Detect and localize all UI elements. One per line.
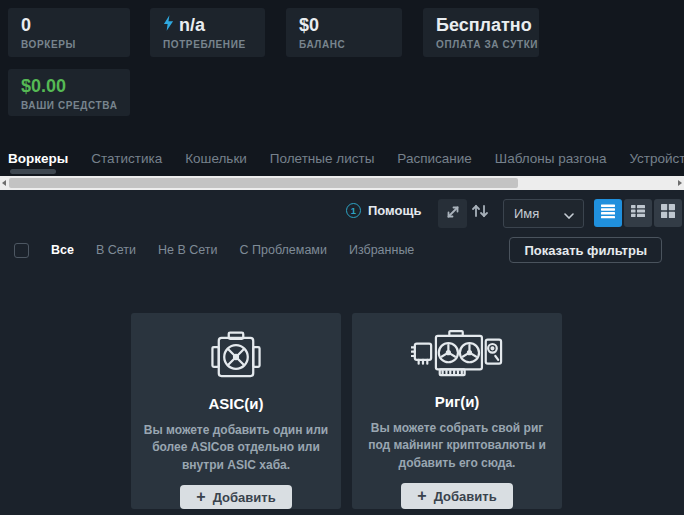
view-list-button[interactable] — [594, 199, 622, 227]
view-grid-button[interactable] — [654, 199, 682, 227]
main-tabs: Воркеры Статистика Кошельки Полетные лис… — [0, 145, 684, 171]
asic-card-description: Вы можете добавить один или более ASICов… — [131, 422, 341, 474]
filter-favorites[interactable]: Избранные — [349, 243, 414, 257]
lightning-icon — [163, 15, 174, 36]
view-detailed-button[interactable] — [624, 199, 652, 227]
asic-card-title: ASIC(и) — [208, 395, 263, 412]
plus-icon: + — [196, 489, 205, 505]
select-all-checkbox[interactable] — [14, 243, 29, 258]
workers-label: ВОРКЕРЫ — [21, 39, 117, 50]
rig-icon — [411, 328, 503, 384]
active-tab-indicator — [10, 169, 56, 174]
filter-offline[interactable]: Не В Сети — [158, 243, 218, 257]
scrollbar-thumb[interactable] — [9, 178, 518, 188]
filter-online[interactable]: В Сети — [96, 243, 136, 257]
stat-card-workers: 0 ВОРКЕРЫ — [8, 8, 130, 57]
help-button[interactable]: 1 Помощь — [346, 203, 421, 218]
help-step-badge-icon: 1 — [346, 203, 361, 218]
tab-oc-templates[interactable]: Шаблоны разгона — [495, 151, 607, 166]
filter-problems[interactable]: С Проблемами — [240, 243, 327, 257]
stat-card-consumption: n/a ПОТРЕБЛЕНИЕ — [150, 8, 265, 57]
show-filters-button[interactable]: Показать фильтры — [509, 237, 662, 263]
sort-direction-button[interactable] — [470, 203, 490, 223]
content-area: 1 Помощь Имя — [0, 190, 684, 515]
add-asic-card: ASIC(и) Вы можете добавить один или боле… — [131, 313, 341, 509]
consumption-value: n/a — [179, 15, 205, 36]
daily-payment-label: ОПЛАТА ЗА СУТКИ — [436, 39, 526, 50]
scroll-left-icon[interactable] — [0, 176, 8, 190]
add-rig-button-label: Добавить — [434, 489, 497, 504]
add-asic-button[interactable]: + Добавить — [180, 485, 291, 509]
tab-flight-sheets[interactable]: Полетные листы — [270, 151, 375, 166]
stat-card-funds: $0.00 ВАШИ СРЕДСТВА — [8, 69, 130, 116]
consumption-label: ПОТРЕБЛЕНИЕ — [163, 39, 252, 50]
funds-label: ВАШИ СРЕДСТВА — [21, 100, 117, 111]
filter-bar: Все В Сети Не В Сети С Проблемами Избран… — [14, 237, 414, 263]
add-asic-button-label: Добавить — [213, 490, 276, 505]
tab-wallets[interactable]: Кошельки — [185, 151, 247, 166]
expand-diagonal-icon — [445, 204, 461, 224]
daily-payment-value: Бесплатно — [436, 15, 526, 36]
funds-value: $0.00 — [21, 76, 117, 97]
balance-label: БАЛАНС — [299, 39, 389, 50]
workers-dashboard: 0 ВОРКЕРЫ n/a ПОТРЕБЛЕНИЕ $0 БАЛАНС Бесп… — [0, 0, 684, 515]
chevron-down-icon — [564, 205, 574, 223]
filter-all[interactable]: Все — [51, 243, 74, 257]
horizontal-scrollbar[interactable] — [0, 176, 684, 190]
tab-devices[interactable]: Устройства — [629, 151, 684, 166]
stat-card-daily-payment: Бесплатно ОПЛАТА ЗА СУТКИ — [423, 8, 539, 57]
detailed-view-icon — [630, 203, 646, 223]
tab-statistics[interactable]: Статистика — [91, 151, 162, 166]
sort-by-select[interactable]: Имя — [503, 199, 584, 228]
tab-workers[interactable]: Воркеры — [8, 151, 68, 166]
asic-icon — [207, 328, 265, 386]
sort-arrows-icon — [470, 205, 490, 222]
list-view-icon — [600, 203, 616, 223]
grid-view-icon — [660, 203, 676, 223]
scroll-right-icon[interactable] — [676, 176, 684, 190]
workers-count: 0 — [21, 15, 117, 36]
tab-schedule[interactable]: Расписание — [397, 151, 471, 166]
add-rig-card: Риг(и) Вы можете собрать свой риг под ма… — [352, 313, 562, 509]
stat-card-balance: $0 БАЛАНС — [286, 8, 402, 57]
balance-value: $0 — [299, 15, 389, 36]
add-rig-button[interactable]: + Добавить — [401, 483, 512, 509]
sort-by-value: Имя — [514, 206, 539, 221]
rig-card-title: Риг(и) — [435, 393, 480, 410]
expand-all-button[interactable] — [438, 199, 467, 228]
plus-icon: + — [417, 488, 426, 504]
help-label: Помощь — [368, 203, 421, 218]
view-mode-switch — [594, 199, 682, 227]
rig-card-description: Вы можете собрать свой риг под майнинг к… — [352, 420, 562, 472]
